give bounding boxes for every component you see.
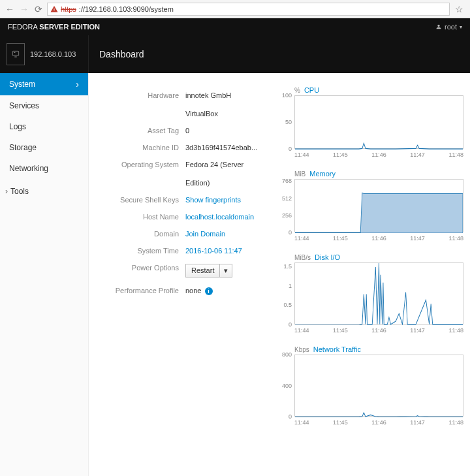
brand-text: FEDORA SERVER EDITION <box>8 23 100 31</box>
value-asset-tag: 0 <box>183 123 287 138</box>
reload-icon[interactable]: ⟳ <box>33 3 44 15</box>
chart-unit: MiB <box>294 170 306 178</box>
label-hardware: Hardware <box>97 87 181 121</box>
x-tick: 11:45 <box>333 327 348 334</box>
plot-area <box>294 179 463 232</box>
chart-disk-i-o: MiB/sDisk I/O00.511.511:4411:4511:4611:4… <box>294 253 463 334</box>
label-systime: System Time <box>97 243 181 259</box>
x-tick: 11:45 <box>333 419 348 426</box>
x-tick: 11:46 <box>371 235 386 242</box>
link-hostname[interactable]: localhost.localdomain <box>185 213 254 221</box>
label-ssh: Secure Shell Keys <box>97 192 181 208</box>
chart-title-link[interactable]: Memory <box>309 170 336 178</box>
x-tick: 11:44 <box>294 235 309 242</box>
x-tick: 11:46 <box>371 151 386 158</box>
plot-area <box>294 95 463 149</box>
user-name: root <box>445 23 457 31</box>
value-hardware: innotek GmbH VirtualBox <box>183 87 287 121</box>
label-power: Power Options <box>97 260 181 281</box>
host-selector[interactable]: 192.168.0.103 <box>0 35 89 73</box>
host-header: 192.168.0.103 Dashboard <box>0 35 470 73</box>
sidebar-item-storage[interactable]: Storage <box>0 137 88 158</box>
x-tick: 11:45 <box>333 235 348 242</box>
y-tick: 768 <box>282 178 292 184</box>
x-tick: 11:48 <box>448 327 463 334</box>
x-tick: 11:48 <box>448 235 463 242</box>
x-tick: 11:47 <box>410 151 425 158</box>
sidebar: SystemServicesLogsStorageNetworking Tool… <box>0 73 89 476</box>
info-icon[interactable]: i <box>205 287 213 295</box>
y-tick: 50 <box>285 119 292 125</box>
forward-icon[interactable]: → <box>18 3 30 15</box>
value-machine-id: 3d3b169f41574ebab... <box>183 140 287 155</box>
power-dropdown-button[interactable]: ▾ <box>220 264 232 278</box>
y-tick: 0 <box>289 413 292 420</box>
chart-cpu: %CPU05010011:4411:4511:4611:4711:48 <box>294 86 463 158</box>
link-systime[interactable]: 2016-10-06 11:47 <box>185 247 242 255</box>
y-tick: 512 <box>282 195 292 202</box>
label-machine-id: Machine ID <box>97 140 181 155</box>
label-os: Operating System <box>97 157 181 191</box>
charts-column: %CPU05010011:4411:4511:4611:4711:48MiBMe… <box>294 86 463 437</box>
brand-bold: SERVER EDITION <box>39 23 100 31</box>
x-tick: 11:44 <box>294 151 309 158</box>
link-ssh-fingerprints[interactable]: Show fingerprints <box>185 196 241 204</box>
svg-rect-0 <box>12 51 18 56</box>
label-asset-tag: Asset Tag <box>97 123 181 138</box>
chart-title-link[interactable]: CPU <box>304 86 319 94</box>
value-os: Fedora 24 (Server Edition) <box>183 157 287 191</box>
plot-area <box>294 262 463 325</box>
host-icon <box>7 43 25 65</box>
y-tick: 0 <box>289 146 292 152</box>
user-icon <box>435 24 442 30</box>
chevron-down-icon: ▾ <box>460 24 462 30</box>
url-input[interactable]: https://192.168.0.103:9090/system <box>47 3 450 16</box>
bookmark-icon[interactable]: ☆ <box>452 4 466 14</box>
y-tick: 400 <box>282 383 292 389</box>
chart-title-link[interactable]: Network Traffic <box>313 345 361 353</box>
label-perf-profile: Performance Profile <box>97 283 181 299</box>
insecure-icon <box>50 5 58 13</box>
host-ip: 192.168.0.103 <box>30 50 76 58</box>
sidebar-item-networking[interactable]: Networking <box>0 158 88 179</box>
chart-title-link[interactable]: Disk I/O <box>315 253 340 261</box>
restart-button[interactable]: Restart <box>185 264 220 278</box>
label-domain: Domain <box>97 226 181 242</box>
user-menu[interactable]: root ▾ <box>435 23 462 31</box>
sidebar-item-system[interactable]: System <box>0 73 88 95</box>
chart-memory: MiBMemory025651276811:4411:4511:4611:471… <box>294 170 463 242</box>
plot-area <box>294 355 463 417</box>
x-tick: 11:47 <box>410 235 425 242</box>
sidebar-group-label: Tools <box>10 187 29 196</box>
y-tick: 100 <box>282 92 292 99</box>
x-tick: 11:45 <box>333 151 348 158</box>
url-scheme: https <box>61 5 76 13</box>
x-tick: 11:47 <box>410 327 425 334</box>
chart-unit: Kbps <box>294 346 309 353</box>
svg-rect-1 <box>14 52 15 53</box>
y-tick: 800 <box>282 351 292 358</box>
chart-unit: % <box>294 87 300 94</box>
x-tick: 11:48 <box>448 151 463 158</box>
y-tick: 0.5 <box>283 302 292 308</box>
svg-rect-2 <box>14 57 17 57</box>
sidebar-item-services[interactable]: Services <box>0 95 88 116</box>
link-join-domain[interactable]: Join Domain <box>185 230 225 238</box>
sidebar-group-tools[interactable]: Tools <box>0 179 88 200</box>
back-icon[interactable]: ← <box>4 3 16 15</box>
page-title: Dashboard <box>89 35 470 73</box>
value-perf-profile: none i <box>183 283 287 299</box>
y-tick: 0 <box>289 321 292 328</box>
y-tick: 256 <box>282 212 292 219</box>
x-tick: 11:48 <box>448 419 463 426</box>
brand-prefix: FEDORA <box>8 23 39 31</box>
sidebar-item-logs[interactable]: Logs <box>0 116 88 137</box>
system-info: Hardware innotek GmbH VirtualBox Asset T… <box>95 86 288 437</box>
y-tick: 0 <box>289 229 292 236</box>
x-tick: 11:46 <box>371 327 386 334</box>
brand-bar: FEDORA SERVER EDITION root ▾ <box>0 18 470 35</box>
label-hostname: Host Name <box>97 209 181 225</box>
y-tick: 1.5 <box>283 263 292 270</box>
main-content: Hardware innotek GmbH VirtualBox Asset T… <box>89 73 470 476</box>
chart-network-traffic: KbpsNetwork Traffic040080011:4411:4511:4… <box>294 345 463 426</box>
